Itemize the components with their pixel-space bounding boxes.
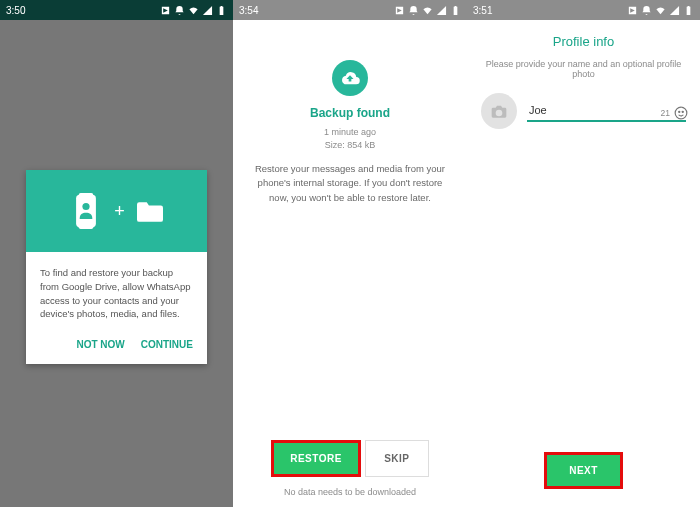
button-row: RESTORE SKIP — [233, 440, 467, 477]
svg-point-6 — [682, 111, 683, 112]
dnd-icon — [641, 5, 652, 16]
profile-desc: Please provide your name and an optional… — [481, 59, 686, 79]
status-time: 3:51 — [473, 5, 492, 16]
char-count: 21 — [661, 108, 670, 118]
svg-point-3 — [83, 203, 90, 210]
wifi-icon — [188, 5, 199, 16]
permission-text: To find and restore your backup from Goo… — [26, 252, 207, 329]
backup-age: 1 minute ago — [245, 126, 455, 139]
svg-rect-1 — [79, 193, 93, 197]
permission-card: + To find and restore your backup from G… — [26, 170, 207, 364]
profile-title: Profile info — [481, 34, 686, 49]
signal-icon — [202, 5, 213, 16]
battery-icon — [683, 5, 694, 16]
status-icons — [394, 5, 461, 16]
signal-icon — [669, 5, 680, 16]
folder-icon — [137, 200, 163, 222]
svg-rect-0 — [76, 195, 96, 227]
nfc-icon — [394, 5, 405, 16]
signal-icon — [436, 5, 447, 16]
wifi-icon — [422, 5, 433, 16]
plus-icon: + — [114, 201, 125, 222]
backup-meta: 1 minute ago Size: 854 kB — [245, 126, 455, 152]
status-bar: 3:51 — [467, 0, 700, 20]
nfc-icon — [160, 5, 171, 16]
download-note: No data needs to be downloaded — [233, 487, 467, 497]
profile-row: 21 — [481, 93, 686, 129]
status-icons — [160, 5, 227, 16]
screen-profile-info: 3:51 Profile info Please provide your na… — [467, 0, 700, 507]
backup-body: Backup found 1 minute ago Size: 854 kB R… — [233, 20, 467, 205]
wifi-icon — [655, 5, 666, 16]
skip-button[interactable]: SKIP — [365, 440, 429, 477]
not-now-button[interactable]: NOT NOW — [76, 339, 124, 350]
profile-body: Profile info Please provide your name an… — [467, 20, 700, 129]
backup-size: Size: 854 kB — [245, 139, 455, 152]
card-illustration: + — [26, 170, 207, 252]
card-actions: NOT NOW CONTINUE — [26, 329, 207, 364]
nfc-icon — [627, 5, 638, 16]
dnd-icon — [174, 5, 185, 16]
restore-button[interactable]: RESTORE — [271, 440, 361, 477]
emoji-icon[interactable] — [674, 106, 688, 120]
battery-icon — [216, 5, 227, 16]
name-field-wrap: 21 — [527, 100, 686, 122]
backup-desc: Restore your messages and media from you… — [245, 162, 455, 205]
backup-title: Backup found — [245, 106, 455, 120]
dnd-icon — [408, 5, 419, 16]
cloud-upload-icon — [332, 60, 368, 96]
status-bar: 3:54 — [233, 0, 467, 20]
status-bar: 3:50 — [0, 0, 233, 20]
status-time: 3:54 — [239, 5, 258, 16]
continue-button[interactable]: CONTINUE — [141, 339, 193, 350]
screen-permission: 3:50 + To find and restore your backup f… — [0, 0, 233, 507]
svg-point-5 — [679, 111, 680, 112]
status-icons — [627, 5, 694, 16]
screen-backup-found: 3:54 Backup found 1 minute ago Size: 854… — [233, 0, 467, 507]
battery-icon — [450, 5, 461, 16]
avatar-button[interactable] — [481, 93, 517, 129]
backup-footer: RESTORE SKIP No data needs to be downloa… — [233, 440, 467, 497]
contacts-icon — [70, 193, 102, 229]
camera-icon — [491, 104, 507, 118]
svg-point-4 — [675, 107, 687, 119]
status-time: 3:50 — [6, 5, 25, 16]
next-button[interactable]: NEXT — [544, 452, 623, 489]
profile-footer: NEXT — [467, 452, 700, 489]
svg-rect-2 — [79, 225, 93, 229]
